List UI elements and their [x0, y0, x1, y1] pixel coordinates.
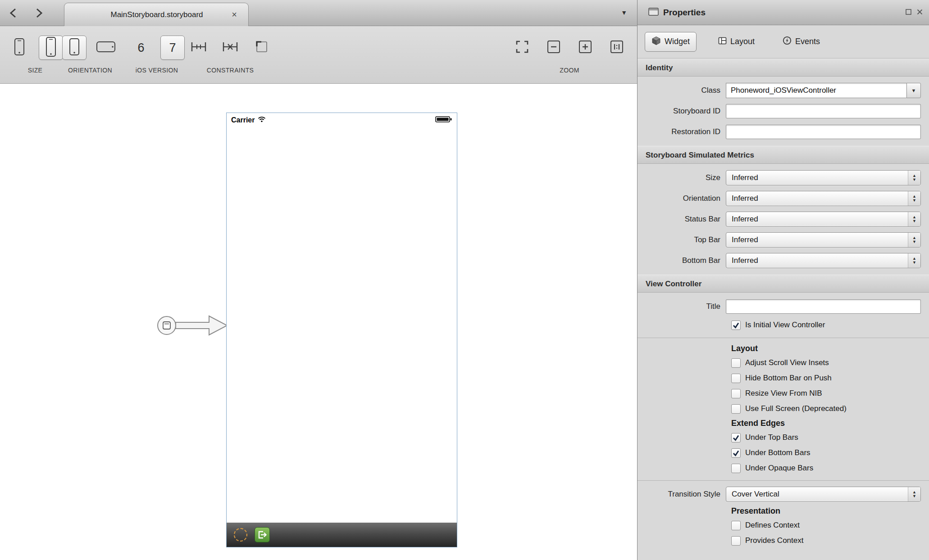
- class-row: Class Phoneword_iOSViewController ▼: [638, 80, 929, 101]
- use-full-screen-checkbox[interactable]: [731, 404, 741, 414]
- tab-mainstoryboard[interactable]: MainStoryboard.storyboard ×: [64, 3, 249, 26]
- metric-bottom-bar-row: Bottom Bar Inferred ▲▼: [638, 250, 929, 271]
- metric-size-popup[interactable]: Inferred ▲▼: [726, 170, 921, 185]
- ios-version-6-label: 6: [137, 41, 144, 55]
- title-row: Title: [638, 296, 929, 317]
- collapse-panel-icon[interactable]: [906, 9, 911, 16]
- iphone-4-inch-icon: [45, 36, 57, 59]
- tab-events[interactable]: Events: [776, 32, 826, 51]
- orientation-portrait-button[interactable]: [62, 36, 87, 60]
- section-view-controller: View Controller: [638, 275, 929, 293]
- under-top-bars-checkbox[interactable]: [731, 433, 741, 443]
- zoom-group-label: ZOOM: [560, 67, 579, 74]
- exit-segue-icon[interactable]: [255, 527, 270, 542]
- ios-version-6-button[interactable]: 6: [129, 36, 153, 60]
- metric-top-bar-value: Inferred: [732, 235, 758, 244]
- zoom-fit-button[interactable]: [511, 36, 533, 60]
- size-iphone35-button[interactable]: [7, 36, 32, 60]
- use-full-screen-row: Use Full Screen (Deprecated): [638, 401, 929, 416]
- widget-cube-icon: [651, 36, 661, 48]
- use-full-screen-label: Use Full Screen (Deprecated): [745, 404, 847, 413]
- under-top-bars-label: Under Top Bars: [745, 433, 798, 442]
- under-bottom-bars-label: Under Bottom Bars: [745, 448, 811, 457]
- metric-status-bar-popup[interactable]: Inferred ▲▼: [726, 212, 921, 227]
- class-value[interactable]: Phoneword_iOSViewController: [726, 83, 906, 98]
- properties-body: Identity Class Phoneword_iOSViewControll…: [638, 59, 929, 560]
- tab-close-icon[interactable]: ×: [228, 9, 240, 21]
- provides-context-label: Provides Context: [745, 536, 803, 545]
- metric-top-bar-row: Top Bar Inferred ▲▼: [638, 230, 929, 250]
- metric-orientation-value: Inferred: [732, 194, 758, 203]
- transition-style-row: Transition Style Cover Vertical ▲▼: [638, 484, 929, 504]
- under-bottom-bars-row: Under Bottom Bars: [638, 445, 929, 461]
- metric-orientation-label: Orientation: [638, 194, 726, 203]
- constraint-width-button[interactable]: [187, 36, 211, 60]
- metric-top-bar-popup[interactable]: Inferred ▲▼: [726, 232, 921, 248]
- metric-orientation-popup[interactable]: Inferred ▲▼: [726, 191, 921, 206]
- constraint-remove-button[interactable]: [218, 36, 242, 60]
- initial-view-controller-arrow[interactable]: [156, 305, 233, 346]
- restoration-id-input[interactable]: [726, 125, 921, 139]
- resize-view-nib-checkbox[interactable]: [731, 389, 741, 398]
- simulated-status-bar: Carrier: [227, 113, 457, 127]
- provides-context-checkbox[interactable]: [731, 536, 741, 546]
- properties-title: Properties: [663, 8, 706, 18]
- view-controller-surface[interactable]: Carrier: [226, 113, 457, 547]
- title-input[interactable]: [726, 299, 921, 314]
- metric-bottom-bar-popup[interactable]: Inferred ▲▼: [726, 253, 921, 268]
- forward-button[interactable]: [32, 6, 46, 20]
- metric-bottom-bar-label: Bottom Bar: [638, 256, 726, 265]
- orientation-landscape-button[interactable]: [94, 36, 118, 60]
- class-combobox[interactable]: Phoneword_iOSViewController ▼: [726, 83, 921, 98]
- transition-style-label: Transition Style: [638, 490, 726, 499]
- fullscreen-expand-icon: [515, 40, 529, 55]
- properties-panel: Properties Widget Layo: [637, 0, 929, 560]
- ios-version-7-button[interactable]: 7: [160, 36, 185, 60]
- popup-stepper-icon: ▲▼: [908, 487, 920, 501]
- transition-style-popup[interactable]: Cover Vertical ▲▼: [726, 487, 921, 502]
- zoom-actual-size-button[interactable]: [606, 36, 628, 60]
- section-identity: Identity: [638, 59, 929, 77]
- class-dropdown-icon[interactable]: ▼: [906, 83, 921, 98]
- resize-view-nib-label: Resize View From NIB: [745, 389, 822, 398]
- is-initial-checkbox[interactable]: [731, 321, 741, 330]
- tab-title: MainStoryboard.storyboard: [85, 10, 228, 19]
- defines-context-checkbox[interactable]: [731, 521, 741, 530]
- constraint-frame-button[interactable]: [250, 36, 274, 60]
- under-opaque-bars-checkbox[interactable]: [731, 464, 741, 473]
- provides-context-row: Provides Context: [638, 533, 929, 548]
- back-button[interactable]: [6, 6, 20, 20]
- tab-layout[interactable]: Layout: [712, 33, 761, 51]
- defines-context-label: Defines Context: [745, 521, 800, 530]
- close-panel-icon[interactable]: [917, 9, 923, 16]
- tab-list-dropdown-icon[interactable]: ▼: [621, 9, 627, 16]
- storyboard-id-input[interactable]: [726, 104, 921, 118]
- properties-tab-bar: Widget Layout Events: [638, 25, 929, 59]
- first-responder-icon[interactable]: [234, 528, 247, 542]
- adjust-scroll-insets-checkbox[interactable]: [731, 358, 741, 368]
- metric-size-row: Size Inferred ▲▼: [638, 167, 929, 188]
- hide-bottom-bar-checkbox[interactable]: [731, 374, 741, 383]
- zoom-out-button[interactable]: [543, 36, 565, 60]
- tab-widget[interactable]: Widget: [645, 32, 697, 52]
- storyboard-id-label: Storyboard ID: [638, 107, 726, 116]
- metric-status-bar-label: Status Bar: [638, 215, 726, 224]
- width-constraint-icon: [191, 40, 207, 55]
- under-bottom-bars-checkbox[interactable]: [731, 448, 741, 458]
- landscape-orientation-icon: [96, 41, 116, 54]
- adjust-scroll-insets-row: Adjust Scroll View Insets: [638, 355, 929, 370]
- orientation-group-label: ORIENTATION: [68, 67, 112, 74]
- storyboard-canvas[interactable]: Carrier: [0, 84, 637, 560]
- ios-designer-window: MainStoryboard.storyboard × ▼: [0, 0, 929, 560]
- popup-stepper-icon: ▲▼: [908, 171, 920, 185]
- document-tab-bar: MainStoryboard.storyboard × ▼: [0, 0, 637, 26]
- tab-layout-label: Layout: [730, 37, 755, 46]
- size-iphone4-button[interactable]: [39, 36, 63, 60]
- zoom-in-button[interactable]: [574, 36, 596, 60]
- is-initial-label: Is Initial View Controller: [745, 321, 825, 330]
- portrait-orientation-icon: [69, 38, 80, 58]
- zoom-in-icon: [578, 40, 592, 55]
- events-bolt-icon: [783, 36, 792, 47]
- size-group-label: SIZE: [28, 67, 43, 74]
- resize-view-nib-row: Resize View From NIB: [638, 386, 929, 401]
